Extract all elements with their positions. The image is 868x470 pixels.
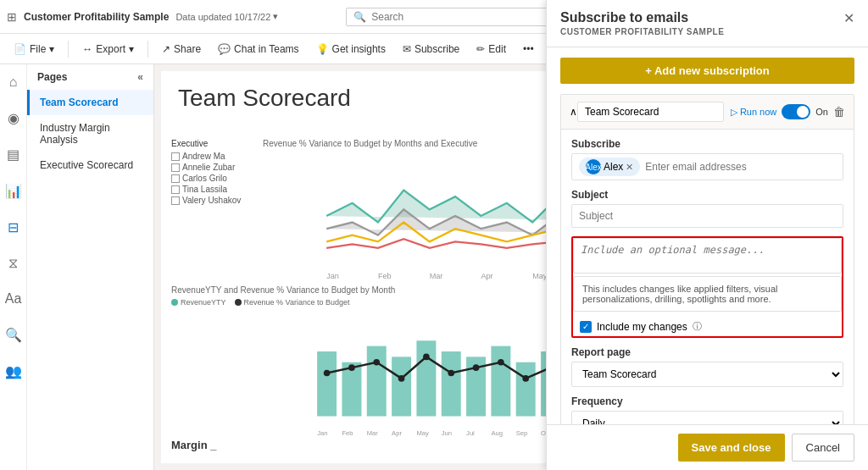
svg-rect-13 [392,357,411,416]
svg-point-21 [324,369,331,376]
collapse-button[interactable]: « [137,71,143,83]
page-item-industry-margin[interactable]: Industry Margin Analysis [27,115,153,152]
expand-icon[interactable]: ∧ [570,106,577,118]
left-nav-icons: ⌂ ◉ ▤ 📊 ⊟ ⧖ Aa 🔍 👥 [0,64,27,470]
margin-label: Margin _ [168,437,220,453]
share-button[interactable]: ↗ Share [155,40,208,58]
svg-text:Feb: Feb [378,272,392,280]
recipient-badge: Alex Alex ✕ [579,158,640,176]
svg-point-26 [448,369,454,376]
frequency-section: Frequency Daily Weekly Monthly Sun Mon T… [571,395,843,424]
more-button[interactable]: ••• [516,40,541,58]
panel-title-section: Subscribe to emails CUSTOMER PROFITABILI… [560,10,724,36]
report-page-select[interactable]: Team Scorecard [571,362,843,387]
file-button[interactable]: 📄 File ▾ [7,40,61,58]
include-changes-row: ✓ Include my changes ⓘ [573,317,842,336]
subscribe-section: Subscribe Alex Alex ✕ [571,138,843,180]
legend-item: Carlos Grilo [171,174,256,183]
delete-subscription-button[interactable]: 🗑 [833,105,845,119]
svg-point-29 [522,375,529,382]
panel-close-button[interactable]: ✕ [843,10,854,26]
info-icon[interactable]: ⓘ [693,320,702,333]
toggle-label: On [815,107,828,117]
svg-text:Sep: Sep [516,429,528,437]
data-icon[interactable]: ▤ [3,143,23,166]
data-updated[interactable]: Data updated 10/17/22 ▾ [175,11,278,22]
subject-input[interactable] [571,204,843,228]
subscribe-icon: ✉ [403,43,411,55]
svg-point-24 [398,375,405,382]
subscription-name-input[interactable] [577,102,724,122]
chevron-down-icon: ▾ [49,43,54,55]
main-content: ⌂ ◉ ▤ 📊 ⊟ ⧖ Aa 🔍 👥 Pages « Team Scorecar… [0,64,868,470]
format-icon[interactable]: Aa [2,288,25,310]
bookmark-icon[interactable]: ◉ [4,107,23,130]
panel-title: Subscribe to emails [560,10,724,25]
chat-button[interactable]: 💬 Chat in Teams [211,40,305,58]
panel-header: Subscribe to emails CUSTOMER PROFITABILI… [547,0,868,47]
recipients-field[interactable]: Alex Alex ✕ [571,153,843,180]
legend-item: Tina Lassila [171,185,256,194]
svg-rect-12 [367,346,387,416]
save-close-button[interactable]: Save and close [678,434,785,462]
email-input[interactable] [645,161,836,173]
share-icon: ↗ [162,43,170,55]
svg-rect-17 [491,346,510,416]
subscribe-label: Subscribe [571,138,843,150]
cancel-button[interactable]: Cancel [792,434,854,462]
run-now-button[interactable]: ▷ Run now [731,107,776,118]
edit-button[interactable]: ✏ Edit [470,40,513,58]
app-title: Customer Profitability Sample [24,11,169,23]
svg-text:Jan: Jan [326,272,339,280]
chat-icon: 💬 [218,43,231,55]
subject-label: Subject [571,189,843,201]
top-bar-left: ⊞ Customer Profitability Sample Data upd… [7,10,278,24]
export-icon: ↔ [82,43,92,55]
executive-legend: Executive Andrew Ma Annelie Zubar Carlos… [171,139,256,282]
export-button[interactable]: ↔ Export ▾ [75,40,141,58]
filter-icon[interactable]: ⧖ [5,252,21,274]
qa-icon[interactable]: 🔍 [2,323,25,346]
grid-icon[interactable]: ⊞ [7,10,17,24]
svg-point-22 [348,364,355,371]
subscription-item: ∧ ▷ Run now On 🗑 Subscribe [560,94,854,424]
home-icon[interactable]: ⌂ [6,71,21,93]
search-icon: 🔍 [353,11,366,23]
svg-text:Mar: Mar [367,429,379,437]
legend-item: Annelie Zubar [171,163,256,172]
page-item-executive-scorecard[interactable]: Executive Scorecard [27,152,153,178]
svg-rect-18 [516,362,536,417]
report-title: Team Scorecard [178,85,351,112]
include-changes-checkbox[interactable]: ✓ [580,321,592,333]
message-section: This includes changes like applied filte… [571,236,843,338]
svg-point-25 [423,353,430,360]
people-icon[interactable]: 👥 [2,360,25,383]
frequency-select[interactable]: Daily Weekly Monthly [571,411,843,424]
svg-text:Jul: Jul [466,429,475,437]
separator2 [147,41,148,58]
report-title-section: Team Scorecard [178,85,351,112]
message-textarea[interactable] [573,238,842,274]
recipient-remove-button[interactable]: ✕ [626,162,633,173]
insights-button[interactable]: 💡 Get insights [309,40,392,58]
page-item-team-scorecard[interactable]: Team Scorecard [27,90,153,115]
pages-icon[interactable]: ⊟ [4,216,22,239]
chart-icon[interactable]: 📊 [2,180,25,202]
add-subscription-button[interactable]: + Add new subscription [560,58,854,84]
edit-icon: ✏ [476,43,485,55]
pages-panel: Team Scorecard Industry Margin Analysis … [27,90,153,470]
svg-text:Aug: Aug [491,429,503,437]
report-page-section: Report page Team Scorecard [571,346,843,387]
svg-text:Jun: Jun [442,429,452,437]
svg-rect-15 [442,351,461,417]
svg-rect-14 [416,340,436,416]
executive-label: Executive [171,139,256,148]
subject-section: Subject [571,189,843,228]
legend-item: Andrew Ma [171,152,256,161]
toggle-on-off[interactable] [782,104,810,119]
svg-text:Jan: Jan [317,429,327,437]
file-icon: 📄 [14,43,26,55]
pages-sidebar: Pages « Team Scorecard Industry Margin A… [27,64,154,470]
message-hint: This includes changes like applied filte… [573,276,842,312]
subscribe-button[interactable]: ✉ Subscribe [396,40,466,58]
